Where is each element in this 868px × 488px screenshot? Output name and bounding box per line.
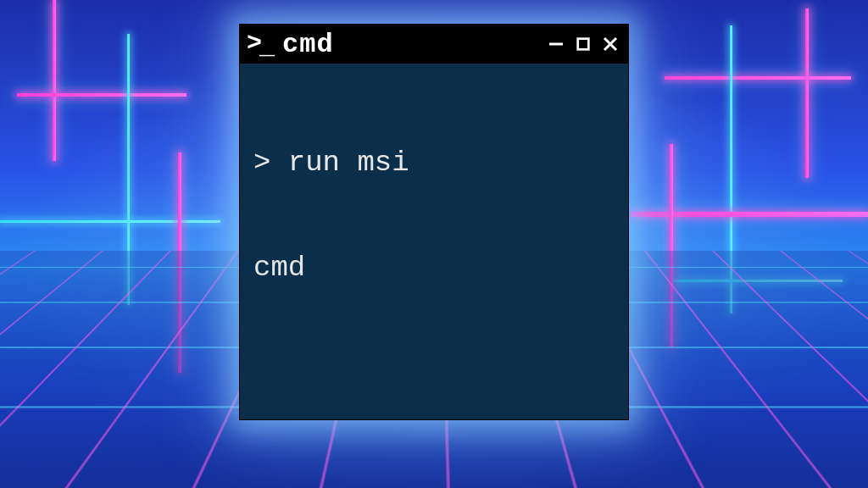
prompt-icon: >_ (247, 31, 274, 57)
neon-line (665, 76, 851, 80)
background-stage: >_ cmd (0, 0, 868, 488)
neon-line (0, 220, 220, 223)
minimize-icon (548, 36, 565, 53)
terminal-body[interactable]: > run msi cmd (240, 64, 628, 419)
neon-line (17, 93, 186, 97)
terminal-line-1: > run msi (253, 146, 615, 180)
neon-line (631, 212, 868, 217)
maximize-icon (576, 36, 591, 52)
minimize-button[interactable] (547, 35, 565, 53)
terminal-window: >_ cmd (239, 24, 629, 420)
neon-line (805, 8, 809, 178)
neon-line (53, 0, 56, 161)
titlebar[interactable]: >_ cmd (240, 25, 628, 64)
close-button[interactable] (601, 35, 620, 53)
window-title: cmd (282, 29, 334, 60)
maximize-button[interactable] (574, 35, 593, 53)
svg-rect-1 (578, 39, 589, 50)
terminal-line-2: cmd (253, 251, 615, 286)
close-icon (602, 36, 619, 53)
window-controls (547, 35, 620, 53)
